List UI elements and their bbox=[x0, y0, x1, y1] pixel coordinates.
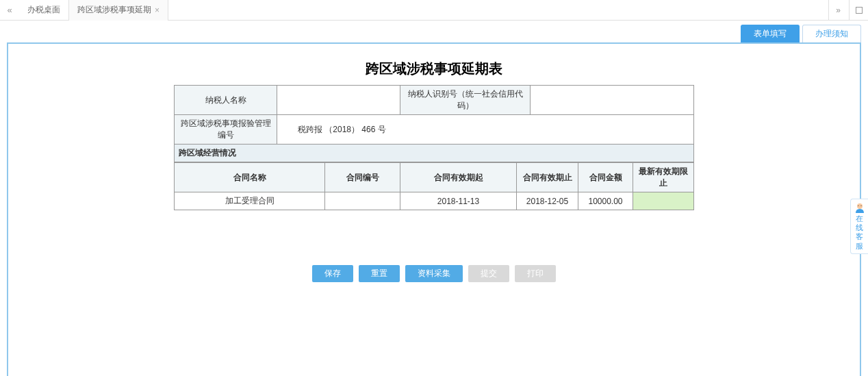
tab-scroll-left-icon[interactable]: « bbox=[0, 5, 19, 15]
taxpayer-id-label: 纳税人识别号（统一社会信用代码） bbox=[400, 86, 531, 115]
button-bar: 保存 重置 资料采集 提交 打印 bbox=[174, 265, 694, 282]
save-button[interactable]: 保存 bbox=[312, 265, 353, 282]
online-help-widget[interactable]: 在线客服 bbox=[850, 199, 868, 254]
cell-valid-end: 2018-12-05 bbox=[517, 192, 578, 210]
sub-tab-bar: 表单填写 办理须知 bbox=[0, 21, 868, 42]
print-button: 打印 bbox=[515, 265, 556, 282]
col-contract-name: 合同名称 bbox=[175, 163, 325, 192]
maximize-icon bbox=[856, 7, 863, 14]
cell-latest-end[interactable] bbox=[633, 192, 694, 210]
taxpayer-name-label: 纳税人名称 bbox=[175, 86, 277, 115]
tab-tax-desktop[interactable]: 办税桌面 bbox=[19, 0, 69, 21]
taxpayer-name-value[interactable] bbox=[277, 86, 400, 115]
cell-contract-name: 加工受理合同 bbox=[175, 192, 325, 210]
main-panel: 跨区域涉税事项延期表 纳税人名称 纳税人识别号（统一社会信用代码） 跨区域涉税事… bbox=[7, 42, 861, 376]
taxpayer-id-value[interactable] bbox=[531, 86, 694, 115]
form-container: 跨区域涉税事项延期表 纳税人名称 纳税人识别号（统一社会信用代码） 跨区域涉税事… bbox=[174, 54, 694, 282]
reset-button[interactable]: 重置 bbox=[359, 265, 400, 282]
tab-scroll-right-icon[interactable]: » bbox=[828, 0, 847, 21]
tab-cross-region-extension[interactable]: 跨区域涉税事项延期 × bbox=[69, 0, 168, 21]
sub-tab-process-notice[interactable]: 办理须知 bbox=[802, 25, 861, 42]
form-header-table: 纳税人名称 纳税人识别号（统一社会信用代码） 跨区域涉税事项报验管理编号 税跨报… bbox=[174, 85, 694, 162]
tab-label: 跨区域涉税事项延期 bbox=[77, 4, 151, 16]
contract-grid: 合同名称 合同编号 合同有效期起 合同有效期止 合同金额 最新有效期限止 加工受… bbox=[174, 162, 694, 210]
cross-region-section-header: 跨区域经营情况 bbox=[175, 145, 694, 162]
cell-valid-start: 2018-11-13 bbox=[400, 192, 517, 210]
cross-region-no-value: 税跨报 （2018） 466 号 bbox=[277, 115, 694, 145]
cell-amount: 10000.00 bbox=[578, 192, 633, 210]
cell-contract-no bbox=[325, 192, 400, 210]
col-contract-no: 合同编号 bbox=[325, 163, 400, 192]
col-amount: 合同金额 bbox=[578, 163, 633, 192]
svg-point-2 bbox=[860, 205, 861, 206]
maximize-button[interactable] bbox=[849, 0, 868, 21]
form-title: 跨区域涉税事项延期表 bbox=[174, 54, 694, 85]
table-row: 加工受理合同 2018-11-13 2018-12-05 10000.00 bbox=[175, 192, 694, 210]
collect-button[interactable]: 资料采集 bbox=[405, 265, 463, 282]
svg-point-0 bbox=[857, 203, 863, 209]
help-label: 在线客服 bbox=[856, 214, 863, 250]
submit-button: 提交 bbox=[468, 265, 509, 282]
customer-service-icon bbox=[854, 202, 865, 213]
top-tab-bar: « 办税桌面 跨区域涉税事项延期 × » bbox=[0, 0, 868, 21]
tab-label: 办税桌面 bbox=[27, 4, 60, 16]
svg-point-1 bbox=[858, 205, 858, 206]
col-valid-end: 合同有效期止 bbox=[517, 163, 578, 192]
close-icon[interactable]: × bbox=[155, 5, 159, 15]
col-latest-end: 最新有效期限止 bbox=[633, 163, 694, 192]
sub-tab-form-fill[interactable]: 表单填写 bbox=[741, 25, 800, 42]
col-valid-start: 合同有效期起 bbox=[400, 163, 517, 192]
cross-region-no-label: 跨区域涉税事项报验管理编号 bbox=[175, 115, 277, 145]
